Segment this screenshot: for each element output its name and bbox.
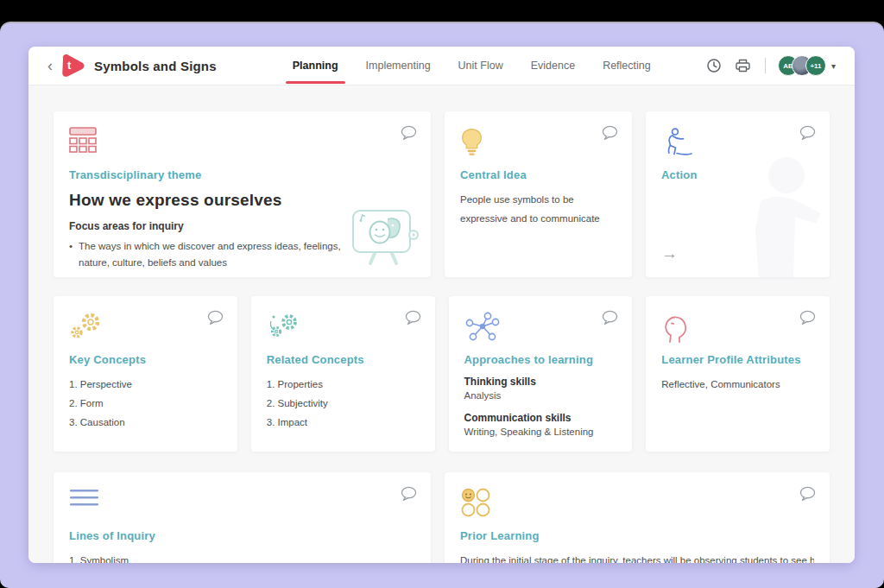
card-label: Related Concepts xyxy=(267,353,420,366)
comment-bubble-icon[interactable] xyxy=(601,309,619,329)
header-divider xyxy=(765,58,766,73)
head-profile-icon xyxy=(661,312,814,341)
card-related-concepts[interactable]: Related Concepts 1. Properties 2. Subjec… xyxy=(251,296,435,452)
card-label: Prior Learning xyxy=(460,529,814,542)
three-lines-icon xyxy=(69,488,415,517)
comment-bubble-icon[interactable] xyxy=(400,485,418,505)
bullet-glyph: • xyxy=(69,238,73,271)
chevron-down-icon[interactable]: ▾ xyxy=(831,61,836,71)
prior-learning-text: During the initial stage of the inquiry,… xyxy=(460,552,814,563)
list-item: 1. Properties xyxy=(267,376,420,395)
list-item: 1. Perspective xyxy=(69,376,222,395)
comment-bubble-icon[interactable] xyxy=(799,485,817,505)
comment-bubble-icon[interactable] xyxy=(400,124,418,144)
list-item: 3. Causation xyxy=(69,414,222,433)
app-window: ‹ t Symbols and Signs Planning Implement… xyxy=(28,47,855,563)
comment-bubble-icon[interactable] xyxy=(799,309,817,329)
comment-bubble-icon[interactable] xyxy=(404,309,422,329)
card-central-idea[interactable]: Central Idea People use symbols to be ex… xyxy=(445,111,632,277)
card-transdisciplinary-theme[interactable]: Transdisciplinary theme How we express o… xyxy=(54,111,431,277)
card-action[interactable]: Action → xyxy=(646,111,830,277)
card-row-1: Transdisciplinary theme How we express o… xyxy=(54,111,830,277)
collaborator-avatars[interactable]: AB +11 ▾ xyxy=(778,55,836,76)
comment-bubble-icon[interactable] xyxy=(799,124,817,144)
focus-area-text: The ways in which we discover and expres… xyxy=(79,238,367,271)
card-label: Learner Profile Attributes xyxy=(661,353,814,366)
skill-section-title: Thinking skills xyxy=(464,376,617,388)
history-clock-icon[interactable] xyxy=(704,56,723,75)
card-row-3: Lines of Inquiry 1. Symbolism xyxy=(54,472,830,563)
card-label: Transdisciplinary theme xyxy=(69,168,415,181)
avatar-overflow-count[interactable]: +11 xyxy=(805,55,826,76)
list-item: 3. Impact xyxy=(267,414,420,433)
expand-arrow-icon[interactable]: → xyxy=(661,244,678,263)
concept-list: 1. Properties 2. Subjectivity 3. Impact xyxy=(267,376,420,433)
tab-evidence[interactable]: Evidence xyxy=(531,47,575,85)
inquiry-list: 1. Symbolism xyxy=(69,552,415,563)
list-item: 1. Symbolism xyxy=(69,552,415,563)
toddle-logo[interactable]: t xyxy=(60,53,85,79)
desktop-background: ‹ t Symbols and Signs Planning Implement… xyxy=(0,22,884,588)
card-label: Approaches to learning xyxy=(464,353,617,366)
tab-bar: Planning Implementing Unit Flow Evidence… xyxy=(293,47,651,85)
action-person-icon xyxy=(661,127,814,156)
card-label: Central Idea xyxy=(460,168,616,181)
skill-section-text: Analysis xyxy=(464,390,617,401)
unit-title: Symbols and Signs xyxy=(94,59,217,73)
card-label: Key Concepts xyxy=(69,353,222,366)
theatre-masks-illustration xyxy=(348,206,422,270)
skill-section-text: Writing, Speaking & Listening xyxy=(464,427,617,437)
tab-unit-flow[interactable]: Unit Flow xyxy=(458,47,503,85)
skills-sections: Thinking skills Analysis Communication s… xyxy=(464,376,617,437)
comment-bubble-icon[interactable] xyxy=(206,309,224,329)
logo-letter: t xyxy=(67,59,71,72)
card-lines-of-inquiry[interactable]: Lines of Inquiry 1. Symbolism xyxy=(54,472,431,563)
tab-reflecting[interactable]: Reflecting xyxy=(603,47,651,85)
tab-implementing[interactable]: Implementing xyxy=(366,47,431,85)
card-approaches-to-learning[interactable]: Approaches to learning Thinking skills A… xyxy=(449,296,633,452)
skill-section-title: Communication skills xyxy=(464,412,617,424)
central-idea-text: People use symbols to be expressive and … xyxy=(460,191,616,229)
attributes-text: Reflective, Communicators xyxy=(661,376,814,395)
card-label: Lines of Inquiry xyxy=(69,529,415,542)
print-icon[interactable] xyxy=(734,56,753,75)
planning-board: Transdisciplinary theme How we express o… xyxy=(28,85,855,563)
app-header: ‹ t Symbols and Signs Planning Implement… xyxy=(28,47,855,85)
card-row-2: Key Concepts 1. Perspective 2. Form 3. C… xyxy=(54,296,830,452)
card-prior-learning[interactable]: Prior Learning During the initial stage … xyxy=(445,472,830,563)
comment-bubble-icon[interactable] xyxy=(601,124,619,144)
header-actions: AB +11 ▾ xyxy=(704,55,836,76)
circles-smiley-icon xyxy=(460,488,814,517)
tab-planning[interactable]: Planning xyxy=(293,47,338,85)
list-item: 2. Subjectivity xyxy=(267,395,420,414)
focus-area-item: • The ways in which we discover and expr… xyxy=(69,238,367,271)
lightbulb-icon xyxy=(460,127,616,156)
back-chevron-icon[interactable]: ‹ xyxy=(47,58,53,73)
network-molecule-icon xyxy=(464,312,617,341)
concept-list: 1. Perspective 2. Form 3. Causation xyxy=(69,376,222,433)
gears-icon xyxy=(69,312,222,341)
list-item: 2. Form xyxy=(69,395,222,414)
gears-orbit-icon xyxy=(267,312,420,341)
card-label: Action xyxy=(661,168,814,181)
calendar-grid-icon xyxy=(69,127,415,156)
card-learner-profile-attributes[interactable]: Learner Profile Attributes Reflective, C… xyxy=(646,296,830,452)
card-key-concepts[interactable]: Key Concepts 1. Perspective 2. Form 3. C… xyxy=(54,296,237,452)
